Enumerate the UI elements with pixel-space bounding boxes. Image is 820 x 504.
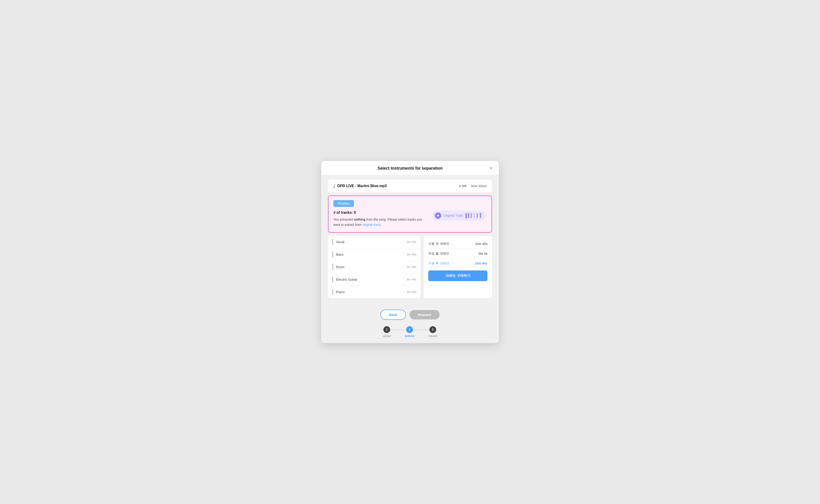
step-line-2 [415, 330, 428, 330]
instrument-duration-vocal: 3m 40s [406, 240, 417, 244]
instrument-bar-bass [332, 251, 333, 258]
instrument-name-bass: Bass [336, 252, 404, 256]
step-circle-3: 3 [430, 326, 436, 333]
tracks-description: You extracted nothing from the song. Ple… [333, 217, 428, 227]
list-item[interactable]: Drum 3m 40s [328, 261, 421, 273]
step-line-1 [391, 330, 404, 330]
credit-deduct-value: -0m 0s [478, 252, 488, 255]
step-number-3: 3 [432, 328, 434, 331]
instrument-duration-bass: 3m 40s [406, 253, 417, 256]
credit-deduct-label: 차감 될 크레딧 [428, 252, 449, 256]
instrument-name-drum: Drum [336, 265, 404, 269]
step-label-upload: upload [383, 334, 391, 338]
credit-after-value: 10m 40s [475, 262, 488, 265]
request-button[interactable]: Request [409, 310, 440, 319]
modal-title: Select Instruments for separation [377, 166, 443, 171]
music-icon: ♩ [333, 183, 335, 189]
list-item[interactable]: Piano 3m 40s [328, 286, 421, 298]
original-track-widget: Original Track ▌▍▎▏▎▍ [432, 211, 487, 221]
divider [428, 258, 488, 259]
back-button[interactable]: Back [380, 310, 406, 320]
credits-panel: 사용 전 크레딧 10m 40s 차감 될 크레딧 -0m 0s 사용 후 크레… [424, 236, 492, 298]
instrument-name-piano: Piano [336, 290, 404, 294]
preview-text-area: # of tracks: 0 You extracted nothing fro… [333, 211, 428, 227]
tracks-count: # of tracks: 0 [333, 211, 428, 215]
step-circle-2: 2 [406, 326, 413, 333]
step-number-2: 2 [408, 328, 410, 331]
instrument-duration-piano: 3m 40s [406, 290, 417, 294]
instrument-bar-electric-guitar [332, 276, 333, 283]
waveform-icon: ▌▍▎▏▎▍ [465, 213, 483, 218]
desc-before: You extracted [333, 218, 354, 221]
modal-header: Select Instruments for separation × [321, 161, 499, 175]
original-track-link[interactable]: original track [362, 223, 380, 227]
step-circle-1: 1 [383, 326, 390, 333]
credit-row-before: 사용 전 크레딧 10m 40s [428, 240, 488, 248]
instrument-duration-drum: 3m 40s [406, 265, 417, 269]
step-label-options: options [404, 334, 414, 338]
instruments-panel: Vocal 3m 40s Bass 3m 40s Drum 3m 40s Ele… [328, 236, 421, 298]
credit-row-deduct: 차감 될 크레딧 -0m 0s [428, 250, 488, 257]
modal-container: Select Instruments for separation × ♩ DP… [321, 161, 499, 343]
buy-credits-button[interactable]: 크레딧 구매하기 [428, 270, 488, 281]
credit-before-label: 사용 전 크레딧 [428, 242, 449, 246]
desc-bold: nothing [354, 218, 365, 221]
file-duration: 3min 40sec [471, 184, 487, 188]
track-icon-circle [435, 212, 441, 219]
desc-end: . [380, 223, 381, 227]
close-button[interactable]: × [488, 165, 494, 171]
bottom-area: Vocal 3m 40s Bass 3m 40s Drum 3m 40s Ele… [328, 236, 492, 298]
instrument-bar-vocal [332, 239, 333, 245]
preview-content: # of tracks: 0 You extracted nothing fro… [333, 211, 487, 227]
preview-tab[interactable]: Preview [333, 200, 354, 207]
file-info-bar: ♩ DPR LIVE - Martini Blue.mp3 8 MB 3min … [328, 180, 492, 192]
preview-panel: Preview # of tracks: 0 You extracted not… [328, 196, 492, 233]
credit-after-label: 사용 후 크레딧 [428, 261, 449, 265]
list-item[interactable]: Bass 3m 40s [328, 248, 421, 261]
original-track-label: Original Track [444, 214, 463, 217]
instrument-name-electric-guitar: Electric Guitar [336, 277, 404, 281]
list-item[interactable]: Electric Guitar 3m 40s [328, 273, 421, 286]
instrument-name-vocal: Vocal [336, 240, 404, 244]
credit-before-value: 10m 40s [475, 242, 488, 246]
modal-body: ♩ DPR LIVE - Martini Blue.mp3 8 MB 3min … [321, 175, 499, 305]
instrument-bar-drum [332, 264, 333, 270]
step-label-request: request [428, 334, 437, 338]
step-upload: 1 upload [383, 326, 391, 338]
file-name-group: ♩ DPR LIVE - Martini Blue.mp3 [333, 183, 387, 189]
list-item[interactable]: Vocal 3m 40s [328, 236, 421, 248]
instrument-duration-electric-guitar: 3m 40s [406, 278, 417, 281]
bottom-nav: Back Request [321, 305, 499, 323]
steps-area: 1 upload 2 options 3 request [321, 323, 499, 343]
file-name: DPR LIVE - Martini Blue.mp3 [337, 184, 387, 188]
step-request: 3 request [428, 326, 437, 338]
instrument-bar-piano [332, 289, 333, 295]
steps-container: 1 upload 2 options 3 request [383, 326, 437, 338]
step-options: 2 options [404, 326, 414, 338]
file-meta: 8 MB 3min 40sec [459, 184, 487, 188]
step-number-1: 1 [386, 328, 388, 331]
credit-row-after: 사용 후 크레딧 10m 40s [428, 260, 488, 267]
file-size: 8 MB [459, 184, 467, 188]
